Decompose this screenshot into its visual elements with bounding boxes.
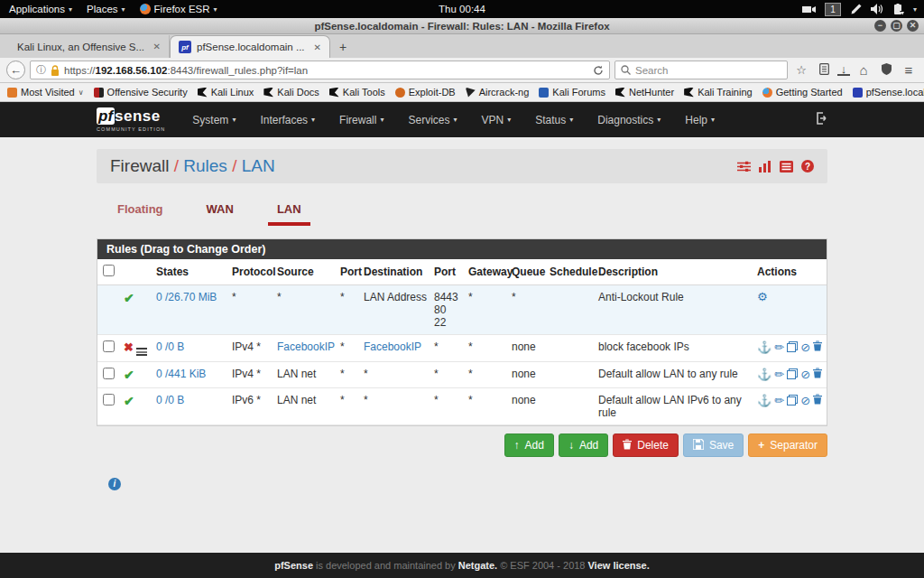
bookmark-star-icon[interactable]: ☆ xyxy=(792,63,810,77)
row-checkbox[interactable] xyxy=(103,394,115,406)
tab-wan[interactable]: WAN xyxy=(198,202,243,226)
new-tab-button[interactable]: + xyxy=(330,35,356,58)
menu-icon[interactable]: ≡ xyxy=(900,62,918,78)
breadcrumb-rules-link[interactable]: Rules xyxy=(183,156,227,175)
url-bar[interactable]: ⓘ https://192.168.56.102:8443/firewall_r… xyxy=(30,61,610,79)
info-icon[interactable]: i xyxy=(108,478,121,490)
nav-vpn[interactable]: VPN▾ xyxy=(482,114,512,126)
page-info-icon[interactable]: ⓘ xyxy=(36,63,46,77)
states-link[interactable]: 0 /441 KiB xyxy=(156,368,206,380)
anchor-icon[interactable]: ⚓ xyxy=(757,395,772,406)
delete-button[interactable]: Delete xyxy=(613,434,679,457)
bookmark-pfsense[interactable]: pfSense.localdomain - ... xyxy=(853,87,924,98)
disable-icon[interactable]: ⊘ xyxy=(800,395,810,406)
edit-pencil-icon[interactable]: ✏ xyxy=(774,368,784,380)
edit-pencil-icon[interactable]: ✏ xyxy=(774,341,784,353)
separator-button[interactable]: +Separator xyxy=(748,434,827,457)
disable-icon[interactable]: ⊘ xyxy=(800,368,810,380)
chart-icon[interactable] xyxy=(759,161,772,172)
save-button[interactable]: Save xyxy=(683,434,744,457)
bookmark-getting-started[interactable]: Getting Started xyxy=(762,87,843,98)
noscript-shield-icon[interactable] xyxy=(877,63,895,78)
add-rule-bottom-button[interactable]: ↓Add xyxy=(559,434,608,457)
volume-icon[interactable] xyxy=(871,4,883,14)
insecure-lock-icon[interactable] xyxy=(51,65,60,76)
footer-netgate-link[interactable]: Netgate. xyxy=(458,560,497,571)
cell-queue: none xyxy=(509,335,547,362)
nav-firewall[interactable]: Firewall▾ xyxy=(339,114,383,126)
copy-icon[interactable] xyxy=(787,341,798,352)
delete-trash-icon[interactable] xyxy=(813,340,822,353)
settings-gear-icon[interactable]: ⚙ xyxy=(757,291,768,303)
screen-share-icon[interactable] xyxy=(802,5,816,14)
cell-source: LAN net xyxy=(274,388,337,425)
nav-system[interactable]: System▾ xyxy=(192,114,236,126)
reload-icon[interactable] xyxy=(593,65,604,76)
edit-pencil-icon[interactable]: ✏ xyxy=(774,395,784,406)
url-text[interactable]: https://192.168.56.102:8443/firewall_rul… xyxy=(64,65,588,76)
sign-out-icon[interactable] xyxy=(815,112,827,128)
bookmark-most-visited[interactable]: Most Visited∨ xyxy=(7,87,84,98)
tab-pfsense[interactable]: pf pfSense.localdomain ... ✕ xyxy=(170,35,330,58)
breadcrumb-lan-link[interactable]: LAN xyxy=(242,156,275,175)
table-row-allow-lan[interactable]: ✔ 0 /441 KiB IPv4 * LAN net * * * * none… xyxy=(97,362,827,388)
tab-kali-linux[interactable]: Kali Linux, an Offensive S... ✕ xyxy=(9,35,170,58)
delete-trash-icon[interactable] xyxy=(813,394,822,406)
tab-close-icon[interactable]: ✕ xyxy=(314,42,321,52)
nav-status[interactable]: Status▾ xyxy=(535,114,573,126)
help-icon[interactable]: ? xyxy=(801,160,814,172)
disable-icon[interactable]: ⊘ xyxy=(800,341,810,353)
bookmark-kali-forums[interactable]: Kali Forums xyxy=(539,87,605,98)
bookmark-exploit-db[interactable]: Exploit-DB xyxy=(395,87,456,98)
workspace-indicator[interactable]: 1 xyxy=(825,3,841,16)
bookmark-kali-tools[interactable]: Kali Tools xyxy=(329,87,385,98)
nav-interfaces[interactable]: Interfaces▾ xyxy=(260,114,315,126)
source-alias-link[interactable]: FacebookIP xyxy=(277,340,335,353)
delete-trash-icon[interactable] xyxy=(813,368,822,380)
back-button[interactable]: ← xyxy=(6,61,25,79)
destination-alias-link[interactable]: FacebookIP xyxy=(364,340,421,353)
copy-icon[interactable] xyxy=(787,368,798,379)
clock[interactable]: Thu 00:44 xyxy=(0,4,924,14)
bookmark-kali-training[interactable]: Kali Training xyxy=(684,87,753,98)
bookmark-kali-docs[interactable]: Kali Docs xyxy=(263,87,319,98)
table-row-anti-lockout[interactable]: ✔ 0 /26.70 MiB * * * LAN Address 8443 80… xyxy=(97,285,827,335)
anchor-icon[interactable]: ⚓ xyxy=(757,368,772,380)
filter-sliders-icon[interactable] xyxy=(737,161,751,172)
pen-input-icon[interactable] xyxy=(850,4,862,15)
battery-icon[interactable] xyxy=(892,4,904,15)
library-icon[interactable] xyxy=(815,63,833,78)
bookmark-label: Most Visited xyxy=(21,87,75,98)
nav-diagnostics[interactable]: Diagnostics▾ xyxy=(597,114,661,126)
anchor-icon[interactable]: ⚓ xyxy=(757,341,772,353)
tab-close-icon[interactable]: ✕ xyxy=(153,42,161,51)
tray-chevron-down-icon[interactable]: ▾ xyxy=(913,5,917,14)
add-rule-top-button[interactable]: ↑Add xyxy=(504,434,554,457)
states-link[interactable]: 0 /26.70 MiB xyxy=(156,291,217,303)
select-all-checkbox[interactable] xyxy=(103,265,115,276)
tab-lan[interactable]: LAN xyxy=(268,202,310,226)
downloads-icon[interactable]: ↓ xyxy=(837,64,850,76)
nav-help[interactable]: Help▾ xyxy=(685,114,715,126)
copy-icon[interactable] xyxy=(787,395,798,406)
footer-license-link[interactable]: View license. xyxy=(587,560,649,571)
search-bar[interactable]: Search xyxy=(614,61,788,79)
tab-floating[interactable]: Floating xyxy=(108,202,172,226)
states-link[interactable]: 0 /0 B xyxy=(156,394,184,406)
log-view-icon[interactable] xyxy=(780,161,793,172)
bookmark-aircrack-ng[interactable]: Aircrack-ng xyxy=(466,87,530,98)
row-checkbox[interactable] xyxy=(103,340,115,352)
pfsense-logo[interactable]: pfsense COMMUNITY EDITION xyxy=(97,107,165,132)
home-icon[interactable]: ⌂ xyxy=(855,62,873,78)
bookmark-kali-linux[interactable]: Kali Linux xyxy=(198,87,254,98)
table-row-block-facebook[interactable]: ✖ 0 /0 B IPv4 * FacebookIP * FacebookIP … xyxy=(97,335,827,362)
bookmark-offensive-security[interactable]: Offensive Security xyxy=(94,87,188,98)
minimize-button[interactable]: − xyxy=(874,20,886,32)
table-row-allow-lan-ipv6[interactable]: ✔ 0 /0 B IPv6 * LAN net * * * * none Def… xyxy=(97,388,827,425)
close-button[interactable]: ✕ xyxy=(907,20,919,32)
states-link[interactable]: 0 /0 B xyxy=(156,340,184,353)
row-checkbox[interactable] xyxy=(103,368,115,379)
bookmark-nethunter[interactable]: NetHunter xyxy=(615,87,674,98)
nav-services[interactable]: Services▾ xyxy=(408,114,457,126)
maximize-button[interactable]: ▢ xyxy=(891,20,902,32)
